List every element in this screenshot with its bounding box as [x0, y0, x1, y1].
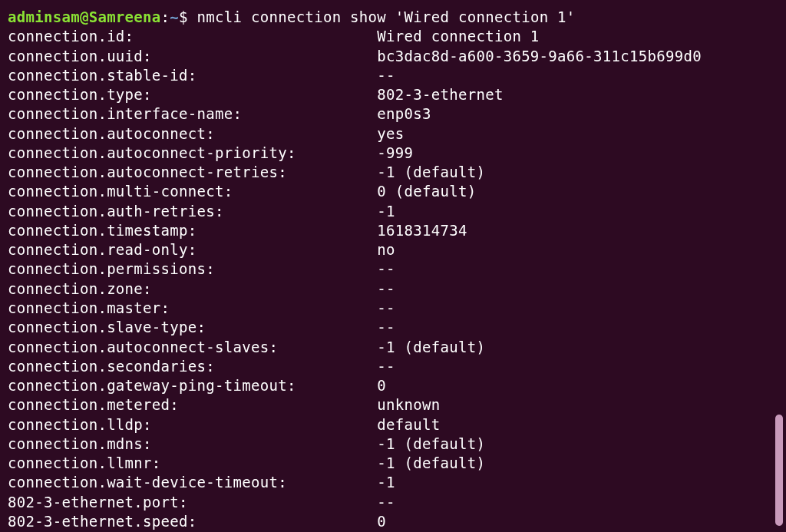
property-key: connection.master:	[8, 299, 377, 316]
property-row: 802-3-ethernet.port: --	[8, 493, 786, 512]
property-key: connection.metered:	[8, 396, 377, 413]
prompt-dollar: $	[179, 8, 196, 27]
prompt-user-host: adminsam@Samreena	[8, 8, 161, 27]
property-value: unknown	[377, 396, 440, 413]
prompt-path: ~	[170, 8, 179, 27]
property-row: connection.mdns: -1 (default)	[8, 435, 786, 454]
property-value: 0	[377, 513, 386, 530]
property-value: --	[377, 67, 395, 84]
property-key: 802-3-ethernet.port:	[8, 494, 377, 511]
property-key: connection.secondaries:	[8, 358, 377, 375]
property-key: connection.gateway-ping-timeout:	[8, 377, 377, 394]
property-value: -1 (default)	[377, 435, 485, 452]
property-key: connection.autoconnect-slaves:	[8, 339, 377, 355]
property-value: --	[377, 319, 395, 335]
property-row: connection.stable-id: --	[8, 66, 786, 85]
prompt-command: nmcli connection show 'Wired connection …	[197, 8, 576, 27]
property-row: connection.wait-device-timeout: -1	[8, 473, 786, 492]
property-row: connection.autoconnect-priority: -999	[8, 144, 786, 163]
property-key: connection.read-only:	[8, 241, 377, 258]
property-value: 0	[377, 377, 386, 394]
property-row: connection.permissions: --	[8, 259, 786, 279]
property-value: 802-3-ethernet	[377, 86, 503, 103]
property-row: connection.master: --	[8, 299, 786, 318]
property-value: --	[377, 280, 395, 297]
property-value: Wired connection 1	[377, 28, 539, 45]
property-key: connection.autoconnect:	[8, 125, 377, 142]
property-key: connection.autoconnect-priority:	[8, 144, 377, 161]
property-value: 1618314734	[377, 222, 467, 239]
property-key: connection.interface-name:	[8, 105, 377, 122]
property-row: connection.timestamp: 1618314734	[8, 221, 786, 240]
property-value: -1 (default)	[377, 339, 485, 355]
property-value: yes	[377, 125, 404, 142]
property-value: --	[377, 494, 395, 511]
property-row: connection.multi-connect: 0 (default)	[8, 182, 786, 201]
property-key: connection.wait-device-timeout:	[8, 474, 377, 491]
property-row: connection.zone: --	[8, 279, 786, 299]
property-value: -1	[377, 203, 395, 220]
property-key: connection.timestamp:	[8, 222, 377, 239]
property-key: connection.autoconnect-retries:	[8, 164, 377, 180]
property-value: 0 (default)	[377, 183, 476, 200]
property-key: connection.zone:	[8, 280, 377, 297]
property-value: default	[377, 416, 440, 433]
scrollbar-thumb[interactable]	[775, 415, 783, 526]
property-key: connection.multi-connect:	[8, 183, 377, 200]
property-key: connection.uuid:	[8, 48, 377, 64]
property-key: connection.mdns:	[8, 435, 377, 452]
property-value: enp0s3	[377, 105, 431, 122]
property-value: --	[377, 260, 395, 277]
property-key: connection.stable-id:	[8, 67, 377, 84]
property-value: -1 (default)	[377, 454, 485, 471]
property-row: connection.secondaries: --	[8, 357, 786, 376]
property-row: 802-3-ethernet.speed: 0	[8, 512, 786, 531]
property-row: connection.auth-retries: -1	[8, 202, 786, 221]
terminal-output: connection.id: Wired connection 1connect…	[8, 27, 786, 531]
property-row: connection.metered: unknown	[8, 395, 786, 415]
property-value: bc3dac8d-a600-3659-9a66-311c15b699d0	[377, 48, 702, 64]
property-key: connection.llmnr:	[8, 454, 377, 471]
property-key: connection.lldp:	[8, 416, 377, 433]
property-value: no	[377, 241, 395, 258]
property-key: connection.permissions:	[8, 260, 377, 277]
property-key: connection.auth-retries:	[8, 203, 377, 220]
property-row: connection.uuid: bc3dac8d-a600-3659-9a66…	[8, 47, 786, 66]
property-row: connection.lldp: default	[8, 415, 786, 435]
property-key: connection.id:	[8, 28, 377, 45]
property-value: --	[377, 299, 395, 316]
property-row: connection.slave-type: --	[8, 318, 786, 337]
prompt-colon: :	[161, 8, 170, 27]
property-value: -1	[377, 474, 395, 491]
property-value: -999	[377, 144, 413, 161]
property-row: connection.autoconnect-slaves: -1 (defau…	[8, 338, 786, 357]
property-row: connection.llmnr: -1 (default)	[8, 454, 786, 473]
property-row: connection.autoconnect-retries: -1 (defa…	[8, 163, 786, 182]
property-row: connection.interface-name: enp0s3	[8, 104, 786, 124]
property-key: connection.slave-type:	[8, 319, 377, 335]
property-value: --	[377, 358, 395, 375]
property-key: 802-3-ethernet.speed:	[8, 513, 377, 530]
property-row: connection.type: 802-3-ethernet	[8, 85, 786, 104]
property-row: connection.gateway-ping-timeout: 0	[8, 376, 786, 395]
property-row: connection.id: Wired connection 1	[8, 27, 786, 46]
property-row: connection.read-only: no	[8, 240, 786, 259]
terminal-prompt: adminsam@Samreena:~$ nmcli connection sh…	[8, 8, 786, 27]
property-value: -1 (default)	[377, 164, 485, 180]
property-key: connection.type:	[8, 86, 377, 103]
property-row: connection.autoconnect: yes	[8, 124, 786, 144]
